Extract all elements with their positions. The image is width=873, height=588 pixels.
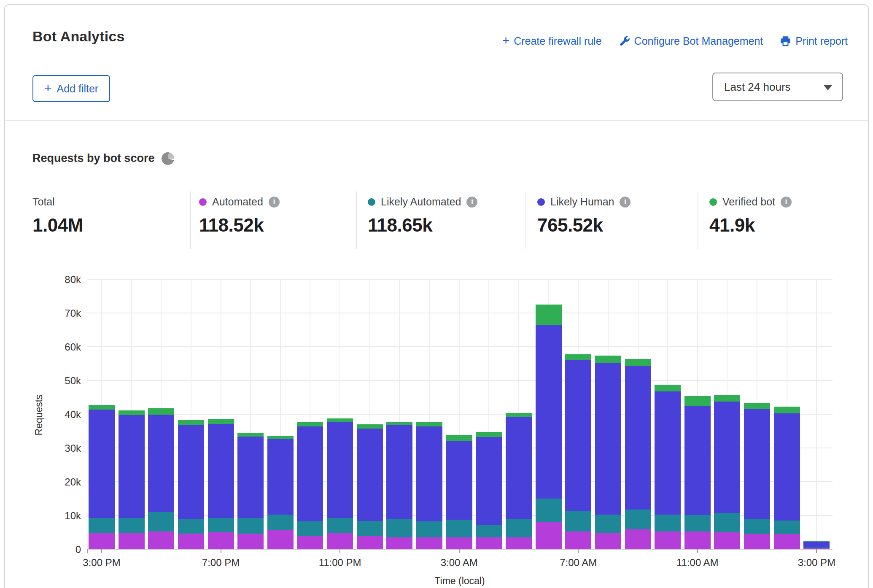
y-axis-tick-label: 40k <box>39 409 81 421</box>
bar-segment-automated <box>655 531 681 549</box>
bar-segment-likely-human <box>119 415 145 518</box>
bar-8-00-am[interactable] <box>595 279 621 549</box>
configure-bot-management-link[interactable]: Configure Bot Management <box>619 35 763 47</box>
time-range-value: Last 24 hours <box>724 81 791 94</box>
bar-segment-likely-human <box>386 425 412 519</box>
x-axis-tick-label: 3:00 PM <box>83 557 120 569</box>
likely-automated-color-dot <box>368 198 375 206</box>
bar-segment-verified-bot <box>684 396 711 406</box>
stat-automated-value: 118.52k <box>199 215 280 236</box>
bar-segment-automated <box>386 537 412 549</box>
bar-segment-automated <box>565 531 591 549</box>
bar-segment-likely-human <box>357 429 383 521</box>
print-report-link[interactable]: Print report <box>780 35 848 47</box>
stat-divider <box>190 192 191 249</box>
bar-segment-likely-human <box>506 417 532 519</box>
x-axis-tick <box>816 549 817 553</box>
bar-segment-likely-automated <box>774 521 800 534</box>
bar-segment-likely-human <box>684 406 711 515</box>
bar-segment-likely-automated <box>178 519 204 534</box>
bar-6-00-pm[interactable] <box>178 279 204 549</box>
bar-3-00-pm[interactable] <box>803 279 830 549</box>
stat-verified-bot-value: 41.9k <box>709 215 792 236</box>
stat-total: Total 1.04M <box>32 196 83 236</box>
stat-likely-human: Likely Human 765.52k <box>537 196 630 236</box>
info-icon[interactable] <box>466 197 477 208</box>
bar-2-00-pm[interactable] <box>774 279 800 549</box>
stat-verified-bot-label: Verified bot <box>722 196 775 208</box>
y-axis-tick-label: 80k <box>39 274 81 286</box>
stat-automated: Automated 118.52k <box>199 196 280 236</box>
bar-3-00-pm[interactable] <box>89 279 115 549</box>
bar-10-00-am[interactable] <box>655 279 681 549</box>
bar-1-00-am[interactable] <box>386 279 412 549</box>
bar-7-00-am[interactable] <box>565 279 591 549</box>
x-axis-tick <box>578 549 579 553</box>
bar-segment-likely-automated <box>119 518 145 533</box>
bar-1-00-pm[interactable] <box>744 279 770 549</box>
bar-4-00-am[interactable] <box>476 279 502 549</box>
x-axis-tick-label: 3:00 AM <box>441 557 478 569</box>
likely-human-color-dot <box>537 198 545 206</box>
bar-6-00-am[interactable] <box>536 279 562 549</box>
verified-bot-color-dot <box>709 198 717 206</box>
bar-11-00-am[interactable] <box>684 279 711 549</box>
bar-4-00-pm[interactable] <box>119 279 145 549</box>
add-filter-button[interactable]: + Add filter <box>32 75 110 102</box>
wrench-icon <box>619 35 630 47</box>
time-range-select[interactable]: Last 24 hours <box>712 73 843 101</box>
bar-segment-automated <box>267 530 294 549</box>
y-axis-tick-label: 10k <box>39 510 81 522</box>
x-axis-tick <box>221 549 221 553</box>
y-axis-tick-label: 50k <box>39 375 81 387</box>
bar-segment-likely-automated <box>208 518 234 532</box>
bar-3-00-am[interactable] <box>446 279 472 549</box>
bar-segment-likely-human <box>178 425 204 519</box>
bar-segment-likely-automated <box>386 519 412 537</box>
x-axis-tick <box>459 549 460 553</box>
bar-10-00-pm[interactable] <box>297 279 323 549</box>
bar-segment-likely-human <box>744 409 770 519</box>
bar-2-00-am[interactable] <box>416 279 442 549</box>
automated-color-dot <box>199 198 207 206</box>
create-firewall-rule-link[interactable]: + Create firewall rule <box>502 35 602 47</box>
create-firewall-rule-label: Create firewall rule <box>514 35 601 47</box>
bar-segment-verified-bot <box>178 420 204 425</box>
x-axis-tick <box>697 549 698 553</box>
bar-segment-likely-human <box>655 391 681 514</box>
bar-5-00-am[interactable] <box>506 279 532 549</box>
bar-9-00-pm[interactable] <box>267 279 294 549</box>
stat-likely-human-label: Likely Human <box>550 196 614 208</box>
bar-segment-verified-bot <box>267 436 294 439</box>
bar-segment-automated <box>416 537 442 549</box>
bar-segment-verified-bot <box>536 305 562 325</box>
bar-segment-likely-human <box>625 366 651 510</box>
print-report-label: Print report <box>795 35 848 47</box>
info-icon[interactable] <box>620 197 630 208</box>
y-axis-tick-label: 30k <box>39 442 81 454</box>
bar-12-00-pm[interactable] <box>714 279 740 549</box>
bar-12-00-am[interactable] <box>357 279 383 549</box>
bar-segment-automated <box>684 531 711 549</box>
bar-7-00-pm[interactable] <box>208 279 234 549</box>
bar-5-00-pm[interactable] <box>148 279 174 549</box>
bar-8-00-pm[interactable] <box>237 279 264 549</box>
info-icon[interactable] <box>781 197 792 208</box>
requests-by-bot-score-chart: 3:00 PM7:00 PM11:00 PM3:00 AM7:00 AM11:0… <box>87 280 833 550</box>
bar-segment-likely-human <box>416 426 442 522</box>
info-icon[interactable] <box>269 197 280 208</box>
bar-segment-verified-bot <box>506 413 532 417</box>
page-title: Bot Analytics <box>32 28 125 45</box>
bar-segment-likely-human <box>148 415 174 512</box>
x-axis-tick-label: 7:00 PM <box>202 557 240 569</box>
bar-9-00-am[interactable] <box>625 279 651 549</box>
bar-segment-likely-automated <box>357 521 383 536</box>
bar-segment-likely-human <box>476 437 502 525</box>
bar-11-00-pm[interactable] <box>327 279 353 549</box>
bar-segment-likely-human <box>267 439 294 514</box>
bar-segment-verified-bot <box>237 433 264 437</box>
bar-segment-automated <box>297 536 323 549</box>
plus-icon: + <box>502 34 510 47</box>
bar-segment-likely-automated <box>655 515 681 531</box>
bar-segment-likely-human <box>208 424 234 518</box>
